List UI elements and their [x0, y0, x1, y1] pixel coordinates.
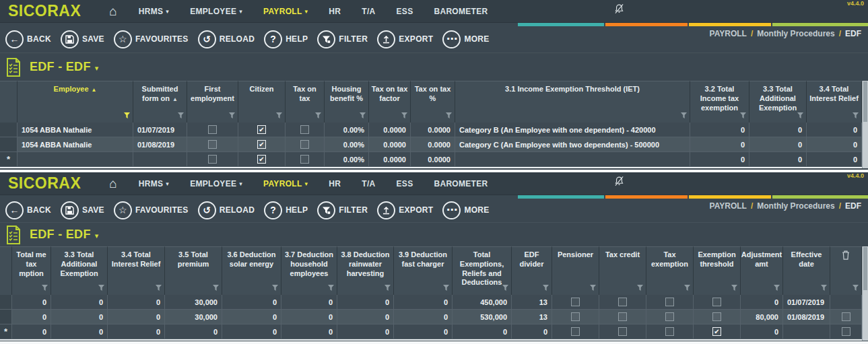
- column-header-adjustment-amt[interactable]: Adjustment amt: [741, 246, 783, 295]
- tax-on-tax-checkbox[interactable]: [300, 155, 309, 164]
- cell-deduction-solar-energy[interactable]: 0: [222, 310, 281, 324]
- cell-total-additional-exemption[interactable]: 0: [51, 310, 108, 324]
- column-header-effective-date[interactable]: Effective date: [783, 246, 830, 295]
- cell-total-interest-relief[interactable]: 0: [108, 324, 165, 339]
- cell-total-additional-exemption[interactable]: 0: [749, 152, 807, 166]
- filter-funnel-icon[interactable]: [315, 112, 321, 118]
- column-header-employee[interactable]: Employee▲: [18, 81, 133, 123]
- cell-housing-benefit-pct[interactable]: 0.00%: [325, 123, 369, 137]
- column-header-deduction-rainwater-harvesting[interactable]: 3.8 Deduction rainwater harvesting: [337, 246, 394, 295]
- cell-submitted-form-on[interactable]: [133, 152, 187, 166]
- cell-adjustment-amt[interactable]: 80,000: [741, 310, 783, 324]
- cell-deduction-fast-charger[interactable]: 0: [394, 310, 453, 324]
- column-header-tax-credit[interactable]: Tax credit: [599, 246, 646, 295]
- help-button[interactable]: ?HELP: [264, 201, 308, 219]
- exemption-threshold-checkbox[interactable]: [712, 312, 721, 321]
- cell-total-income-tax-exemption-clipped[interactable]: 0: [12, 324, 51, 339]
- filter-funnel-icon[interactable]: [229, 112, 235, 118]
- filter-funnel-icon[interactable]: [42, 285, 48, 291]
- menu-item-payroll[interactable]: PAYROLL▾: [263, 179, 308, 188]
- cell-employee[interactable]: [18, 152, 133, 166]
- exemption-threshold-checkbox[interactable]: [712, 298, 721, 306]
- column-header-total-exemptions-reliefs-deductions[interactable]: Total Exemptions, Reliefs and Deductions: [453, 246, 512, 295]
- cell-total-exemptions-reliefs-deductions[interactable]: 530,000: [453, 310, 512, 324]
- column-header-delete[interactable]: [830, 246, 862, 295]
- cell-total-interest-relief[interactable]: 0: [108, 310, 165, 324]
- cell-total-income-tax-exemption[interactable]: 0: [690, 152, 749, 166]
- citizen-checkbox[interactable]: [257, 140, 266, 149]
- column-header-total-additional-exemption[interactable]: 3.3 Total Additional Exemption: [51, 246, 108, 295]
- column-header-total-interest-relief[interactable]: 3.4 Total Interest Relief: [108, 246, 165, 295]
- breadcrumb-monthly-procedures[interactable]: Monthly Procedures: [757, 29, 834, 38]
- cell-income-exemption-threshold[interactable]: Category B (An Employee with one depende…: [455, 123, 690, 137]
- column-header-income-exemption-threshold[interactable]: 3.1 Income Exemption Threshold (IET): [455, 81, 690, 123]
- vertical-scrollbar[interactable]: [862, 246, 868, 341]
- breadcrumb-monthly-procedures[interactable]: Monthly Procedures: [757, 201, 834, 211]
- cell-total-premium[interactable]: 0: [165, 324, 222, 339]
- column-header-edf-divider[interactable]: EDF divider: [512, 246, 552, 295]
- vertical-scrollbar[interactable]: [862, 81, 868, 168]
- cell-income-exemption-threshold[interactable]: Category C (An Employee with two depende…: [455, 137, 690, 151]
- cell-total-interest-relief[interactable]: 0: [807, 137, 862, 151]
- cell-deduction-fast-charger[interactable]: 0: [394, 295, 453, 309]
- cell-row-selector[interactable]: *: [0, 324, 12, 339]
- cell-tax-on-tax-factor[interactable]: 0.0000: [369, 137, 411, 151]
- tax-on-tax-checkbox[interactable]: [300, 140, 309, 149]
- cell-row-selector[interactable]: [0, 310, 12, 324]
- filter-funnel-icon[interactable]: [797, 112, 803, 118]
- breadcrumb-payroll[interactable]: PAYROLL: [710, 29, 747, 38]
- pensioner-checkbox[interactable]: [571, 327, 580, 336]
- menu-item-hr[interactable]: HR: [329, 179, 341, 188]
- tax-credit-checkbox[interactable]: [618, 312, 627, 321]
- back-button[interactable]: ←BACK: [5, 201, 51, 219]
- filter-funnel-icon[interactable]: [385, 285, 391, 291]
- citizen-checkbox[interactable]: [257, 155, 266, 164]
- column-header-total-income-tax-exemption-clipped[interactable]: Total me tax mption: [12, 246, 51, 295]
- first-employment-checkbox[interactable]: [208, 140, 217, 149]
- tax-credit-checkbox[interactable]: [618, 298, 627, 306]
- home-icon[interactable]: ⌂: [109, 5, 116, 18]
- cell-row-selector[interactable]: *: [0, 152, 18, 166]
- cell-deduction-household-employees[interactable]: 0: [281, 310, 337, 324]
- cell-housing-benefit-pct[interactable]: 0.00%: [325, 137, 369, 151]
- filter-funnel-icon[interactable]: [502, 285, 508, 291]
- filter-funnel-icon[interactable]: [443, 285, 449, 291]
- column-header-total-income-tax-exemption[interactable]: 3.2 Total Income tax exemption: [690, 81, 749, 123]
- exemption-threshold-checkbox[interactable]: [712, 327, 721, 336]
- menu-item-barometer[interactable]: BAROMETER: [434, 179, 488, 188]
- first-employment-checkbox[interactable]: [208, 155, 217, 164]
- help-button[interactable]: ?HELP: [264, 30, 308, 48]
- column-header-total-premium[interactable]: 3.5 Total premium: [165, 246, 222, 295]
- pensioner-checkbox[interactable]: [571, 312, 580, 321]
- filter-funnel-icon[interactable]: [124, 112, 130, 118]
- reload-button[interactable]: ↺RELOAD: [198, 201, 255, 219]
- cell-total-additional-exemption[interactable]: 0: [749, 123, 807, 137]
- column-header-deduction-household-employees[interactable]: 3.7 Deduction household employees: [281, 246, 337, 295]
- filter-funnel-icon[interactable]: [213, 285, 219, 291]
- cell-total-premium[interactable]: 30,000: [165, 295, 222, 309]
- column-header-submitted-form-on[interactable]: Submitted form on▲: [133, 81, 187, 123]
- column-header-deduction-solar-energy[interactable]: 3.6 Deduction solar energy: [222, 246, 281, 295]
- filter-funnel-icon[interactable]: [590, 285, 596, 291]
- delete-checkbox[interactable]: [842, 327, 850, 336]
- filter-funnel-icon[interactable]: [543, 285, 549, 291]
- cell-edf-divider[interactable]: 13: [512, 295, 552, 309]
- tax-exemption-checkbox[interactable]: [665, 312, 674, 321]
- page-title[interactable]: EDF - EDF▾: [30, 228, 99, 242]
- delete-checkbox[interactable]: [842, 312, 850, 321]
- column-header-housing-benefit-pct[interactable]: Housing benefit %: [325, 81, 369, 123]
- column-header-tax-on-tax-factor[interactable]: Tax on tax factor: [369, 81, 411, 123]
- column-header-total-additional-exemption[interactable]: 3.3 Total Additional Exemption: [749, 81, 807, 123]
- menu-item-ess[interactable]: ESS: [397, 179, 413, 188]
- save-button[interactable]: SAVE: [61, 30, 104, 48]
- cell-deduction-rainwater-harvesting[interactable]: 0: [337, 324, 394, 339]
- cell-delete[interactable]: [830, 295, 862, 309]
- tax-exemption-checkbox[interactable]: [665, 298, 674, 306]
- filter-funnel-icon[interactable]: [446, 112, 452, 118]
- more-button[interactable]: ⋯MORE: [442, 30, 489, 48]
- export-button[interactable]: EXPORT: [377, 30, 433, 48]
- cell-total-interest-relief[interactable]: 0: [108, 295, 165, 309]
- notifications-muted-bell-icon[interactable]: [614, 3, 624, 14]
- cell-housing-benefit-pct[interactable]: 0.00%: [325, 152, 369, 166]
- breadcrumb-payroll[interactable]: PAYROLL: [710, 201, 747, 211]
